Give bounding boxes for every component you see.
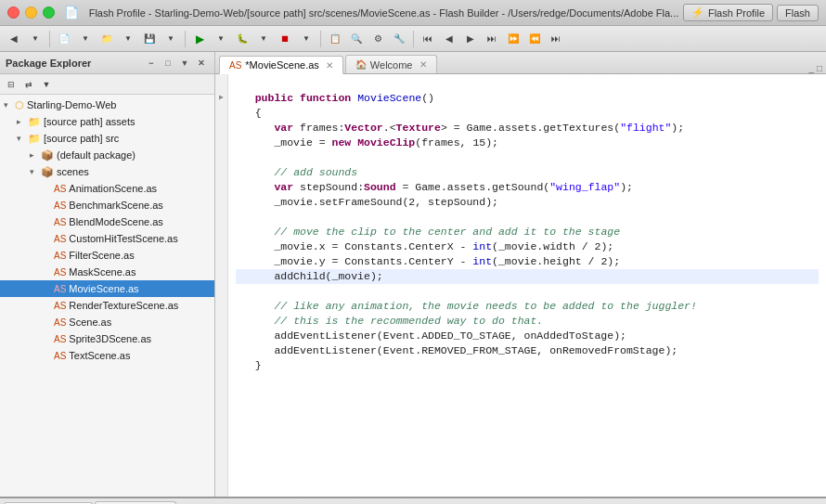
tab-action-minimize[interactable]: _ <box>808 63 814 73</box>
tree-item-benchscene[interactable]: ▸ AS BenchmarkScene.as <box>0 197 214 213</box>
toolbar-btn-debug[interactable]: 🐛 <box>232 29 252 49</box>
toolbar-separator-2 <box>185 31 186 47</box>
toolbar-btn-back[interactable]: ◀ <box>4 29 24 49</box>
toolbar-group-2: 📄 ▼ 📁 ▼ 💾 ▼ <box>54 29 181 49</box>
flash-profile-label: Flash Profile <box>708 7 765 19</box>
toolbar-btn-new[interactable]: 📄 <box>54 29 74 49</box>
toolbar-btn-misc3[interactable]: ⚙ <box>368 29 388 49</box>
flash-button[interactable]: Flash <box>777 5 819 21</box>
app-icon: 📄 <box>64 6 79 19</box>
code-content[interactable]: public function MovieScene() { var frame… <box>228 74 826 497</box>
tree-item-rendertexscene[interactable]: ▸ AS RenderTextureScene.as <box>0 297 214 314</box>
code-line-13: _movie.y = Constants.CenterY - int(_movi… <box>236 254 819 269</box>
gutter-marker-16 <box>215 297 228 312</box>
tab-welcome[interactable]: 🏠 Welcome ✕ <box>345 55 437 73</box>
toolbar-btn-open-dd[interactable]: ▼ <box>118 29 138 49</box>
toolbar-btn-misc4[interactable]: 🔧 <box>389 29 409 49</box>
code-line-14: addChild(_movie); <box>236 269 819 284</box>
tab-moviescene[interactable]: AS *MovieScene.as ✕ <box>219 56 343 74</box>
tree-item-textscene[interactable]: ▸ AS TextScene.as <box>0 347 214 364</box>
gutter-marker-2: ▶ <box>215 89 228 104</box>
minimize-button[interactable] <box>25 6 37 19</box>
scenes-icon: 📦 <box>41 166 54 178</box>
assets-icon: 📁 <box>28 116 41 128</box>
toolbar-btn-nav1[interactable]: ⏮ <box>418 29 438 49</box>
st-menu[interactable]: ▼ <box>38 76 55 93</box>
tree-item-filterscene[interactable]: ▸ AS FilterScene.as <box>0 247 214 264</box>
tree-item-moviescene[interactable]: ▸ AS MovieScene.as <box>0 280 214 297</box>
gutter-marker-1 <box>215 74 228 89</box>
as-icon-4: AS <box>54 234 66 244</box>
tree-item-scene[interactable]: ▸ AS Scene.as <box>0 314 214 330</box>
toolbar-btn-nav7[interactable]: ⏭ <box>546 29 566 49</box>
tree-item-blendscene[interactable]: ▸ AS BlendModeScene.as <box>0 213 214 230</box>
as-icon-1: AS <box>54 184 66 194</box>
toolbar-btn-new-dd[interactable]: ▼ <box>75 29 96 49</box>
animscene-label: AnimationScene.as <box>69 183 157 194</box>
code-editor[interactable]: ▶ p <box>215 74 826 497</box>
blendscene-label: BlendModeScene.as <box>69 216 163 227</box>
panel-menu-btn[interactable]: ▼ <box>177 56 192 71</box>
panel-maximize-btn[interactable]: □ <box>161 56 175 71</box>
toolbar-btn-nav2[interactable]: ◀ <box>439 29 459 49</box>
toolbar-btn-next[interactable]: ▼ <box>25 29 45 49</box>
as-icon-6: AS <box>54 267 66 278</box>
tab-close-welcome[interactable]: ✕ <box>419 59 427 70</box>
gutter-marker-8 <box>215 178 228 193</box>
tree-item-project[interactable]: ▾ ⬡ Starling-Demo-Web <box>0 97 214 113</box>
tree-item-maskscene[interactable]: ▸ AS MaskScene.as <box>0 264 214 280</box>
gutter-marker-7 <box>215 163 228 178</box>
tree-arrow-scenes: ▾ <box>30 167 41 176</box>
as-icon-9: AS <box>54 317 66 328</box>
scenes-label: scenes <box>57 166 89 177</box>
toolbar-btn-save[interactable]: 💾 <box>139 29 160 49</box>
as-icon-10: AS <box>54 334 66 344</box>
tab-close-moviescene[interactable]: ✕ <box>326 60 333 71</box>
toolbar-btn-save-dd[interactable]: ▼ <box>161 29 181 49</box>
toolbar-group-nav: ⏮ ◀ ▶ ⏭ ⏩ ⏪ ⏭ <box>418 29 566 49</box>
flash-profile-button[interactable]: ⚡ Flash Profile <box>683 4 773 21</box>
gutter-marker-4 <box>215 119 228 134</box>
close-button[interactable] <box>7 6 19 19</box>
tab-action-maximize[interactable]: □ <box>817 63 822 73</box>
gutter-marker-18 <box>215 327 228 342</box>
toolbar-btn-run-dd[interactable]: ▼ <box>211 29 231 49</box>
gutter-marker-15 <box>215 282 228 297</box>
toolbar-group-misc: 📋 🔍 ⚙ 🔧 <box>325 29 409 49</box>
toolbar-btn-misc2[interactable]: 🔍 <box>346 29 367 49</box>
toolbar-btn-nav5[interactable]: ⏩ <box>503 29 523 49</box>
as-icon-8: AS <box>54 301 66 311</box>
sidebar-toolbar: ⊟ ⇄ ▼ <box>0 74 214 95</box>
code-line-7: // add sounds <box>236 165 819 180</box>
tree-item-sprite3dscene[interactable]: ▸ AS Sprite3DScene.as <box>0 330 214 347</box>
toolbar-btn-nav3[interactable]: ▶ <box>460 29 481 49</box>
code-line-8: var stepSound:Sound = Game.assets.getSou… <box>236 180 819 195</box>
bottom-panel: ⚠ Problems ✕ > Console ✕ _ □ ▼ 0 items ▲… <box>0 497 826 504</box>
st-link-editor[interactable]: ⇄ <box>20 76 37 93</box>
tree-item-default-pkg[interactable]: ▸ 📦 (default package) <box>0 147 214 163</box>
tree-item-assets[interactable]: ▸ 📁 [source path] assets <box>0 113 214 130</box>
toolbar-group-run: ▶ ▼ 🐛 ▼ ⏹ ▼ <box>189 29 316 49</box>
toolbar-btn-debug-dd[interactable]: ▼ <box>253 29 274 49</box>
tree-item-scenes[interactable]: ▾ 📦 scenes <box>0 163 214 180</box>
tree-item-src[interactable]: ▾ 📁 [source path] src <box>0 130 214 147</box>
toolbar-btn-stop[interactable]: ⏹ <box>275 29 295 49</box>
code-line-20: } <box>236 358 819 373</box>
toolbar-btn-open[interactable]: 📁 <box>97 29 117 49</box>
package-explorer-header: Package Explorer − □ ▼ ✕ <box>0 52 214 74</box>
file-tree[interactable]: ▾ ⬡ Starling-Demo-Web ▸ 📁 [source path] … <box>0 95 214 497</box>
maximize-button[interactable] <box>43 6 55 19</box>
panel-minimize-btn[interactable]: − <box>144 56 159 71</box>
panel-close-btn[interactable]: ✕ <box>194 56 209 71</box>
toolbar-btn-run[interactable]: ▶ <box>189 29 210 49</box>
toolbar-btn-misc1[interactable]: 📋 <box>325 29 345 49</box>
code-line-19: addEventListener(Event.REMOVED_FROM_STAG… <box>236 343 819 358</box>
st-collapse-all[interactable]: ⊟ <box>3 76 19 93</box>
default-pkg-icon: 📦 <box>41 149 54 162</box>
toolbar-group-1: ◀ ▼ <box>4 29 45 49</box>
toolbar-btn-stop-dd[interactable]: ▼ <box>296 29 316 49</box>
toolbar-btn-nav6[interactable]: ⏪ <box>524 29 545 49</box>
toolbar-btn-nav4[interactable]: ⏭ <box>482 29 502 49</box>
tree-item-animscene[interactable]: ▸ AS AnimationScene.as <box>0 180 214 197</box>
tree-item-customscene[interactable]: ▸ AS CustomHitTestScene.as <box>0 230 214 247</box>
